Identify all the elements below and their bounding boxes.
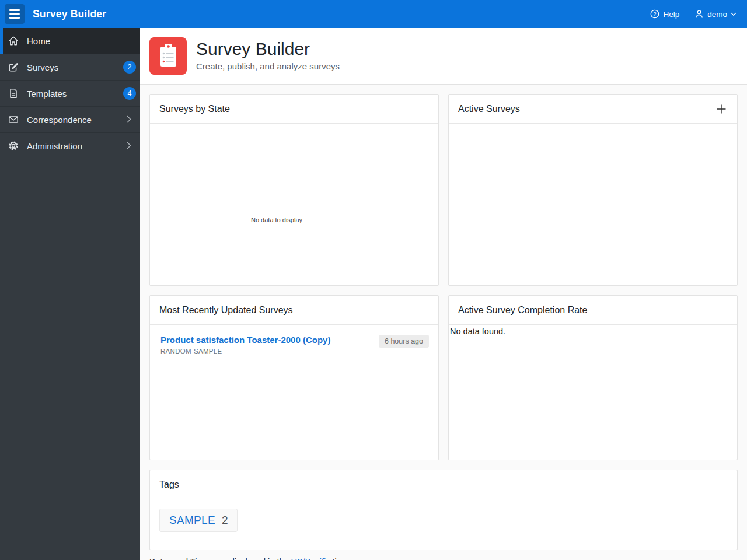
card-title: Active Surveys	[458, 104, 520, 114]
add-survey-button[interactable]	[715, 104, 728, 114]
survey-link[interactable]: Product satisfaction Toaster-2000 (Copy)	[160, 335, 330, 345]
sidebar-item-label: Correspondence	[27, 115, 92, 125]
templates-count-badge: 4	[123, 87, 136, 100]
home-icon	[8, 35, 19, 47]
sidebar-item-label: Surveys	[27, 62, 58, 72]
user-icon	[694, 9, 704, 19]
tag-chip-sample[interactable]: SAMPLE 2	[159, 509, 238, 532]
survey-list-item: Product satisfaction Toaster-2000 (Copy)…	[150, 325, 438, 355]
edit-icon	[8, 61, 19, 73]
sidebar-item-label: Home	[27, 36, 50, 46]
document-icon	[8, 88, 19, 99]
surveys-count-badge: 2	[123, 61, 136, 74]
tags-card: Tags SAMPLE 2	[149, 470, 738, 550]
hamburger-menu-button[interactable]	[5, 4, 25, 24]
envelope-icon	[8, 114, 19, 125]
sidebar-item-templates[interactable]: Templates 4	[0, 80, 140, 107]
no-data-message: No data found.	[449, 325, 737, 338]
app-header: Survey Builder ? Help demo	[0, 0, 747, 28]
timezone-note: Dates and Times are displayed in the US/…	[149, 557, 738, 560]
completion-rate-card: Active Survey Completion Rate No data fo…	[448, 295, 738, 460]
sidebar-item-correspondence[interactable]: Correspondence	[0, 107, 140, 133]
sidebar-item-administration[interactable]: Administration	[0, 133, 140, 159]
timezone-link[interactable]: US/Pacific	[291, 557, 330, 560]
recent-surveys-card: Most Recently Updated Surveys Product sa…	[149, 295, 439, 460]
survey-tag-label: RANDOM-SAMPLE	[160, 348, 330, 355]
dashboard: Surveys by State No data to display Acti…	[140, 85, 747, 560]
updated-time-badge: 6 hours ago	[379, 335, 429, 348]
card-title: Surveys by State	[159, 104, 230, 114]
user-label: demo	[707, 10, 727, 19]
help-link[interactable]: ? Help	[650, 9, 679, 19]
chevron-right-icon	[127, 141, 131, 151]
app-title: Survey Builder	[33, 8, 106, 20]
survey-builder-clipboard-icon	[149, 37, 187, 75]
tag-count: 2	[222, 514, 228, 527]
help-icon: ?	[650, 9, 659, 19]
sidebar-item-label: Administration	[27, 141, 82, 151]
main-content: Survey Builder Create, publish, and anal…	[140, 28, 747, 560]
survey-builder-app: Survey Builder ? Help demo	[0, 0, 747, 560]
no-data-message: No data to display	[251, 216, 302, 223]
help-label: Help	[663, 10, 679, 19]
sidebar-item-label: Templates	[27, 89, 67, 99]
card-title: Tags	[159, 480, 179, 490]
user-menu[interactable]: demo	[694, 9, 736, 19]
surveys-by-state-card: Surveys by State No data to display	[149, 94, 439, 286]
sidebar-item-surveys[interactable]: Surveys 2	[0, 54, 140, 80]
card-title: Most Recently Updated Surveys	[159, 305, 293, 316]
active-surveys-card: Active Surveys	[448, 94, 738, 286]
page-subtitle: Create, publish, and analyze surveys	[196, 61, 340, 71]
page-title: Survey Builder	[196, 38, 340, 60]
gear-icon	[8, 140, 19, 152]
card-title: Active Survey Completion Rate	[458, 305, 587, 316]
hamburger-icon	[9, 9, 20, 11]
tag-name: SAMPLE	[169, 514, 215, 527]
sidebar-nav: Home Surveys 2 Templates 4 Correspondenc…	[0, 28, 140, 560]
svg-text:?: ?	[654, 11, 657, 17]
topbar-actions: ? Help demo	[650, 9, 747, 19]
sidebar-item-home[interactable]: Home	[0, 28, 140, 54]
chevron-right-icon	[127, 115, 131, 125]
page-header: Survey Builder Create, publish, and anal…	[140, 28, 747, 85]
chevron-down-icon	[731, 12, 736, 16]
